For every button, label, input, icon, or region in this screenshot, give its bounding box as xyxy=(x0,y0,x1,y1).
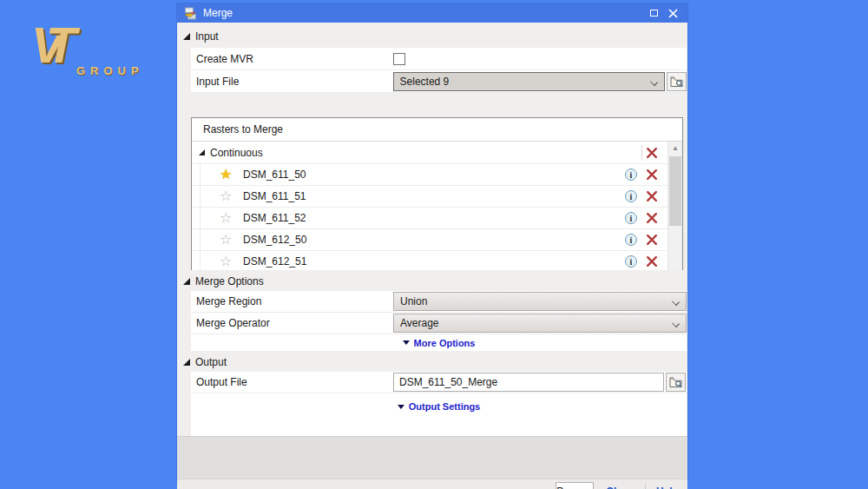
raster-name: DSM_612_51 xyxy=(243,255,306,268)
output-file-browse-button[interactable] xyxy=(666,373,686,392)
input-file-browse-button[interactable] xyxy=(667,72,687,91)
create-mvr-checkbox[interactable] xyxy=(393,53,405,65)
close-button[interactable]: Close xyxy=(606,486,635,489)
raster-row[interactable]: ☆ DSM_611_51 i xyxy=(192,186,669,208)
raster-star-icon[interactable]: ☆ xyxy=(220,253,232,270)
process-button[interactable]: Process xyxy=(556,482,594,489)
footer-divider xyxy=(645,485,646,489)
chevron-down-icon xyxy=(672,320,680,327)
vertical-scrollbar[interactable]: ▲ ▼ xyxy=(667,142,682,279)
merge-dialog-icon xyxy=(184,7,197,20)
create-mvr-label: Create MVR xyxy=(191,53,393,65)
delete-x-icon xyxy=(646,147,658,159)
tree-collapse-triangle-icon xyxy=(199,149,205,155)
raster-row[interactable]: ★ DSM_611_50 i xyxy=(192,164,669,186)
collapse-triangle-icon xyxy=(183,359,190,366)
more-options-link[interactable]: More Options xyxy=(191,334,687,351)
output-file-row: Output File xyxy=(191,372,687,393)
merge-operator-row: Merge Operator Average xyxy=(191,313,687,334)
rasters-to-merge-panel: Rasters to Merge Continuous xyxy=(191,117,683,279)
section-header-input[interactable]: Input xyxy=(177,25,687,47)
input-file-row: Input File Selected 9 xyxy=(191,70,687,93)
raster-star-icon[interactable]: ☆ xyxy=(220,209,232,227)
titlebar[interactable]: Merge xyxy=(177,3,687,23)
delete-x-icon xyxy=(646,190,658,202)
merge-region-value: Union xyxy=(400,295,427,307)
chevron-down-icon xyxy=(650,78,658,86)
delete-x-icon xyxy=(646,212,658,224)
info-icon[interactable]: i xyxy=(625,169,637,181)
input-file-value: Selected 9 xyxy=(400,76,450,88)
create-mvr-row: Create MVR xyxy=(191,48,687,70)
delete-x-icon xyxy=(646,169,658,181)
browse-folder-icon xyxy=(670,76,684,88)
dialog-body: Input Create MVR Input File Selected 9 xyxy=(177,23,687,482)
merge-region-dropdown[interactable]: Union xyxy=(393,292,687,311)
browse-folder-icon xyxy=(669,376,683,388)
collapse-triangle-icon xyxy=(183,278,190,285)
output-settings-link[interactable]: Output Settings xyxy=(191,393,687,420)
merge-operator-value: Average xyxy=(400,317,438,329)
rasters-panel-title: Rasters to Merge xyxy=(192,118,682,142)
raster-name: DSM_611_51 xyxy=(243,190,306,202)
raster-name: DSM_611_50 xyxy=(243,169,306,181)
remove-group-button[interactable] xyxy=(646,147,658,159)
info-icon[interactable]: i xyxy=(625,234,637,246)
footer-bar: Process Close Help xyxy=(177,479,687,489)
raster-star-icon[interactable]: ☆ xyxy=(220,231,232,248)
merge-operator-dropdown[interactable]: Average xyxy=(393,314,687,333)
merge-region-label: Merge Region xyxy=(191,295,393,307)
logo-subtext: GROUP xyxy=(76,64,144,77)
output-file-input[interactable] xyxy=(393,373,664,392)
raster-name: DSM_612_50 xyxy=(243,234,306,246)
rasters-tree: Continuous ★ DSM_611_50 i xyxy=(192,142,682,279)
delete-x-icon xyxy=(646,234,658,246)
raster-star-icon[interactable]: ★ xyxy=(220,166,232,183)
info-icon[interactable]: i xyxy=(625,190,637,202)
column-divider xyxy=(641,145,642,161)
expand-down-triangle-icon xyxy=(398,405,404,409)
remove-raster-button[interactable] xyxy=(646,212,658,224)
remove-raster-button[interactable] xyxy=(646,190,658,202)
maximize-button[interactable] xyxy=(644,5,663,21)
close-window-button[interactable] xyxy=(663,5,682,21)
group-row-continuous[interactable]: Continuous xyxy=(192,142,669,164)
scroll-up-arrow-icon[interactable]: ▲ xyxy=(668,142,682,155)
remove-raster-button[interactable] xyxy=(646,234,658,246)
maximize-icon xyxy=(650,10,658,17)
collapse-triangle-icon xyxy=(183,33,190,40)
merge-region-row: Merge Region Union xyxy=(191,291,687,313)
chevron-down-icon xyxy=(672,298,680,306)
raster-row[interactable]: ☆ DSM_612_50 i xyxy=(192,229,669,251)
input-file-label: Input File xyxy=(191,76,393,88)
section-header-merge-options[interactable]: Merge Options xyxy=(177,270,687,292)
group-label: Continuous xyxy=(210,147,263,159)
remove-raster-button[interactable] xyxy=(646,169,658,181)
remove-raster-button[interactable] xyxy=(646,255,658,268)
section-header-output[interactable]: Output xyxy=(177,351,687,373)
input-file-dropdown[interactable]: Selected 9 xyxy=(393,72,665,91)
delete-x-icon xyxy=(646,255,658,268)
raster-row[interactable]: ☆ DSM_611_52 i xyxy=(192,208,669,229)
raster-name: DSM_611_52 xyxy=(243,212,306,224)
white-strip xyxy=(191,420,687,436)
logo-mark: VT xyxy=(31,16,76,74)
help-button[interactable]: Help xyxy=(656,486,679,489)
window-title: Merge xyxy=(203,7,644,19)
info-icon[interactable]: i xyxy=(625,255,637,268)
close-icon xyxy=(668,9,678,18)
message-panel xyxy=(177,436,687,479)
info-icon[interactable]: i xyxy=(625,212,637,224)
raster-star-icon[interactable]: ☆ xyxy=(220,188,232,205)
scrollbar-thumb[interactable] xyxy=(669,156,681,226)
expand-down-triangle-icon xyxy=(403,340,410,345)
output-file-label: Output File xyxy=(191,376,393,388)
merge-dialog: Merge Input Create MVR Input File Select… xyxy=(176,3,688,484)
merge-operator-label: Merge Operator xyxy=(191,317,393,329)
vt-group-logo: VT GROUP xyxy=(26,16,148,94)
